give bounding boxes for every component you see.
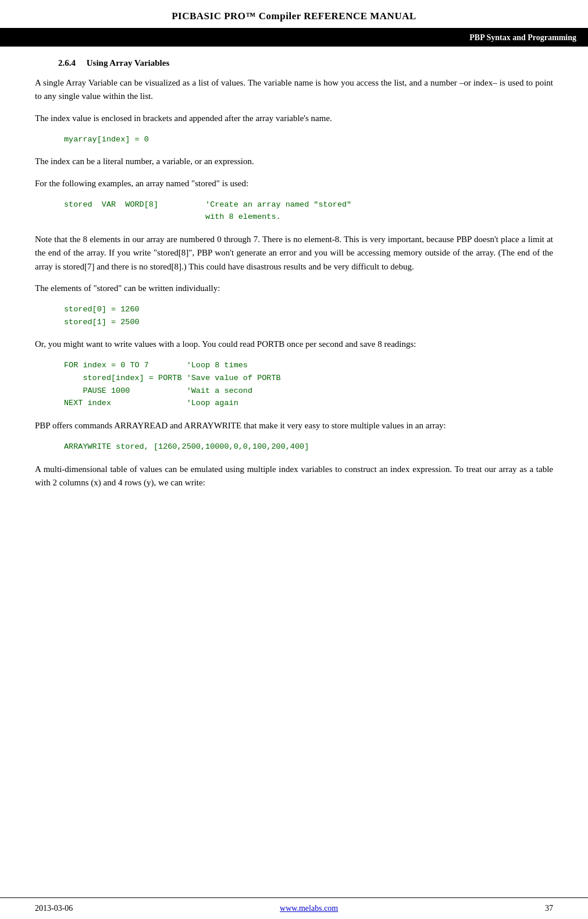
footer-page-number: 37 — [545, 904, 553, 913]
paragraph-1: A single Array Variable can be visualize… — [35, 76, 553, 104]
paragraph-4: For the following examples, an array nam… — [35, 177, 553, 190]
paragraph-6: The elements of "stored" can be written … — [35, 282, 553, 295]
paragraph-9: A multi-dimensional table of values can … — [35, 463, 553, 490]
section-number: 2.6.4 — [58, 58, 76, 68]
code-block-1: myarray[index] = 0 — [64, 133, 553, 146]
footer-link[interactable]: www.melabs.com — [280, 904, 338, 913]
main-content: 2.6.4 Using Array Variables A single Arr… — [0, 47, 588, 897]
paragraph-3: The index can be a literal number, a var… — [35, 155, 553, 168]
code-block-5: ARRAYWRITE stored, [1260,2500,10000,0,0,… — [64, 441, 553, 453]
paragraph-7: Or, you might want to write values with … — [35, 338, 553, 351]
section-header-bar: PBP Syntax and Programming — [0, 29, 588, 47]
paragraph-8: PBP offers commands ARRAYREAD and ARRAYW… — [35, 419, 553, 432]
page: PICBASIC PRO™ Compiler REFERENCE MANUAL … — [0, 0, 588, 919]
document-title: PICBASIC PRO™ Compiler REFERENCE MANUAL — [172, 10, 416, 22]
code-block-2: stored VAR WORD[8] 'Create an array name… — [64, 198, 553, 223]
section-header-label: PBP Syntax and Programming — [469, 33, 576, 42]
paragraph-2: The index value is enclosed in brackets … — [35, 112, 553, 125]
code-block-3: stored[0] = 1260 stored[1] = 2500 — [64, 303, 553, 328]
section-number-title: 2.6.4 Using Array Variables — [58, 58, 553, 68]
footer-date: 2013-03-06 — [35, 904, 73, 913]
paragraph-5: Note that the 8 elements in our array ar… — [35, 233, 553, 274]
page-footer: 2013-03-06 www.melabs.com 37 — [0, 897, 588, 919]
code-block-4: FOR index = 0 TO 7 'Loop 8 times stored[… — [64, 359, 553, 409]
page-header: PICBASIC PRO™ Compiler REFERENCE MANUAL — [0, 0, 588, 29]
section-title: Using Array Variables — [87, 58, 170, 68]
